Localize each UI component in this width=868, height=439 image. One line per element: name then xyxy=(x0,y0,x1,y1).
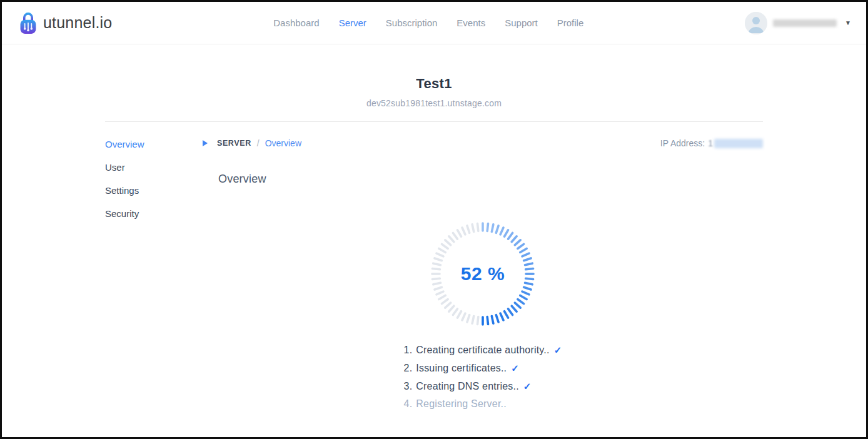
breadcrumb: SERVER / Overview xyxy=(203,138,301,148)
nav-item-subscription[interactable]: Subscription xyxy=(386,18,438,28)
breadcrumb-current[interactable]: Overview xyxy=(265,138,301,148)
padlock-logo-icon xyxy=(18,11,38,35)
setup-progress: 52 % 1. Creating certificate authority..… xyxy=(203,186,763,413)
page-title: Test1 xyxy=(2,76,866,92)
step-number: 4. xyxy=(404,395,413,413)
nav-item-support[interactable]: Support xyxy=(505,18,538,28)
content-area: Overview User Settings Security SERVER /… xyxy=(105,122,763,413)
setup-step: 1. Creating certificate authority.. ✓ xyxy=(404,341,562,360)
section-heading: Overview xyxy=(218,173,763,186)
nav-item-profile[interactable]: Profile xyxy=(557,18,584,28)
nav-item-dashboard[interactable]: Dashboard xyxy=(273,18,319,28)
step-number: 1. xyxy=(404,341,413,360)
sidebar: Overview User Settings Security xyxy=(105,138,203,413)
check-icon: ✓ xyxy=(511,360,519,378)
nav-item-events[interactable]: Events xyxy=(457,18,485,28)
setup-step: 3. Creating DNS entries.. ✓ xyxy=(404,378,562,396)
redacted-ip xyxy=(714,139,763,148)
top-navbar: utunnel.io Dashboard Server Subscription… xyxy=(2,2,866,44)
setup-steps: 1. Creating certificate authority.. ✓ 2.… xyxy=(404,341,562,413)
check-icon: ✓ xyxy=(523,378,532,396)
brand-logo[interactable]: utunnel.io xyxy=(18,11,112,35)
sidebar-item-user[interactable]: User xyxy=(105,161,203,174)
step-text: Registering Server.. xyxy=(416,395,507,413)
brand-name: utunnel.io xyxy=(43,14,112,32)
avatar xyxy=(745,12,767,34)
progress-ring: 52 % xyxy=(430,221,536,327)
chevron-down-icon: ▼ xyxy=(845,19,851,26)
setup-step: 4. Registering Server.. xyxy=(404,395,562,413)
progress-percent: 52 % xyxy=(430,221,536,327)
ip-visible-prefix: 1 xyxy=(708,138,713,148)
step-text: Creating certificate authority.. xyxy=(416,341,549,360)
sidebar-item-settings[interactable]: Settings xyxy=(105,184,203,197)
server-domain: dev52sub1981test1.utnstage.com xyxy=(2,98,866,108)
user-menu[interactable]: ▼ xyxy=(745,12,851,34)
breadcrumb-section[interactable]: SERVER xyxy=(217,139,251,148)
ip-address: IP Address: 1 xyxy=(660,138,763,148)
step-number: 2. xyxy=(404,360,413,378)
main-nav: Dashboard Server Subscription Events Sup… xyxy=(112,18,745,28)
breadcrumb-arrow-icon xyxy=(203,140,208,146)
step-text: Creating DNS entries.. xyxy=(416,378,518,396)
main-panel: SERVER / Overview IP Address: 1 Overview… xyxy=(203,138,763,413)
breadcrumb-separator: / xyxy=(257,138,260,148)
redacted-username xyxy=(773,19,837,27)
sidebar-item-security[interactable]: Security xyxy=(105,208,203,220)
step-number: 3. xyxy=(404,378,413,396)
ip-address-label: IP Address: xyxy=(660,138,705,148)
server-title-block: Test1 dev52sub1981test1.utnstage.com xyxy=(2,76,866,108)
check-icon: ✓ xyxy=(554,341,562,360)
setup-step: 2. Issuing certificates.. ✓ xyxy=(404,360,562,378)
step-text: Issuing certificates.. xyxy=(416,360,507,378)
nav-item-server[interactable]: Server xyxy=(339,18,366,28)
sidebar-item-overview[interactable]: Overview xyxy=(105,138,203,151)
